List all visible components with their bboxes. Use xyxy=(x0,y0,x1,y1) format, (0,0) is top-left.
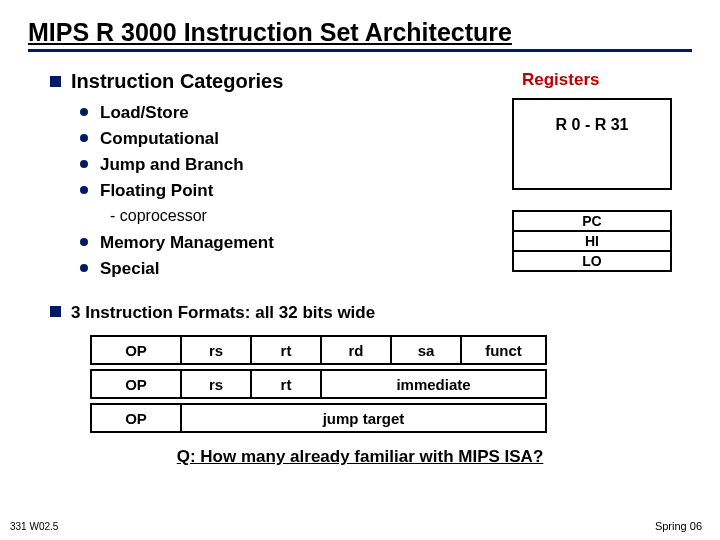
formats-section: 3 Instruction Formats: all 32 bits wide … xyxy=(28,303,692,433)
format-row-j: OP jump target xyxy=(91,404,546,432)
top-row: Instruction Categories Load/Store Comput… xyxy=(50,70,692,285)
format-row-r: OP rs rt rd sa funct xyxy=(91,336,546,364)
list-item: Floating Point xyxy=(80,181,283,201)
slide-title: MIPS R 3000 Instruction Set Architecture xyxy=(28,18,692,52)
field-rt: rt xyxy=(251,336,321,364)
slide-body: Instruction Categories Load/Store Comput… xyxy=(28,70,692,285)
list-item: Special xyxy=(80,259,283,279)
field-op: OP xyxy=(91,404,181,432)
formats-heading: 3 Instruction Formats: all 32 bits wide xyxy=(50,303,692,323)
registers-heading: Registers xyxy=(512,70,672,90)
list-item: Memory Management xyxy=(80,233,283,253)
dot-bullet-icon xyxy=(80,108,88,116)
field-rs: rs xyxy=(181,336,251,364)
field-rd: rd xyxy=(321,336,391,364)
slide: MIPS R 3000 Instruction Set Architecture… xyxy=(0,0,720,540)
categories-column: Instruction Categories Load/Store Comput… xyxy=(50,70,283,285)
list-item: Jump and Branch xyxy=(80,155,283,175)
field-rs: rs xyxy=(181,370,251,398)
register-pc-box: PC xyxy=(512,210,672,232)
formats-table: OP rs rt rd sa funct OP rs rt immediate … xyxy=(90,335,547,433)
square-bullet-icon xyxy=(50,76,61,87)
register-hi-box: HI xyxy=(512,230,672,252)
field-op: OP xyxy=(91,370,181,398)
field-op: OP xyxy=(91,336,181,364)
field-jump-target: jump target xyxy=(181,404,546,432)
list-item: Load/Store xyxy=(80,103,283,123)
square-bullet-icon xyxy=(50,306,61,317)
field-funct: funct xyxy=(461,336,546,364)
dot-bullet-icon xyxy=(80,160,88,168)
footer-right: Spring 06 xyxy=(655,520,702,532)
register-file-box: R 0 - R 31 xyxy=(512,98,672,190)
format-row-i: OP rs rt immediate xyxy=(91,370,546,398)
registers-column: Registers R 0 - R 31 PC HI LO xyxy=(512,70,672,272)
list-item: Computational xyxy=(80,129,283,149)
footer-left: 331 W02.5 xyxy=(10,521,58,532)
dot-bullet-icon xyxy=(80,238,88,246)
field-immediate: immediate xyxy=(321,370,546,398)
dot-bullet-icon xyxy=(80,264,88,272)
categories-heading-text: Instruction Categories xyxy=(71,70,283,92)
question-line: Q: How many already familiar with MIPS I… xyxy=(28,447,692,467)
category-list: Load/Store Computational Jump and Branch… xyxy=(80,103,283,279)
sub-list-item: - coprocessor xyxy=(110,207,283,225)
categories-heading: Instruction Categories xyxy=(50,70,283,93)
dot-bullet-icon xyxy=(80,134,88,142)
field-sa: sa xyxy=(391,336,461,364)
register-lo-box: LO xyxy=(512,250,672,272)
field-rt: rt xyxy=(251,370,321,398)
dot-bullet-icon xyxy=(80,186,88,194)
